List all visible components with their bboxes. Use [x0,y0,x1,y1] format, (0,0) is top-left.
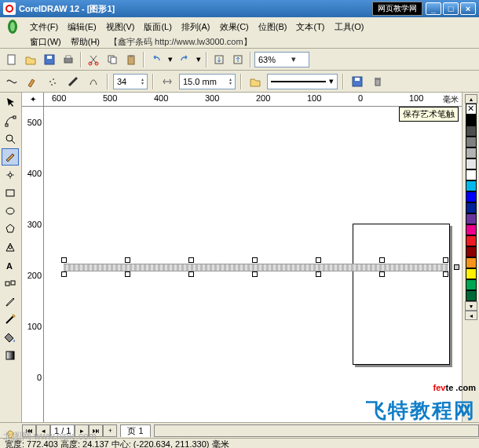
outline-tool[interactable] [2,311,19,328]
chevron-down-icon[interactable]: ▾ [282,54,305,64]
color-swatch[interactable] [466,191,477,202]
spinner-icon[interactable]: ▴▾ [229,78,232,86]
cut-button[interactable] [85,51,102,68]
save-stroke-button[interactable] [349,73,366,90]
selection-end[interactable] [454,264,459,270]
page-tab[interactable]: 页 1 [120,424,150,437]
selection-handle[interactable] [316,271,321,277]
freehand-tool[interactable] [2,148,19,166]
menu-bitmaps[interactable]: 位图(B) [254,20,292,35]
rectangle-tool[interactable] [2,184,19,202]
ruler-vertical[interactable]: 500 400 300 200 100 0 [22,107,44,422]
browse-stroke-button[interactable] [247,73,264,90]
selection-handle[interactable] [252,271,258,277]
color-swatch[interactable] [466,213,477,224]
selection-handle[interactable] [188,257,194,263]
eyedropper-tool[interactable] [2,293,19,310]
fill-tool[interactable] [2,329,19,346]
color-swatch[interactable] [466,137,477,148]
maximize-button[interactable]: □ [443,2,459,15]
color-swatch[interactable] [466,224,477,235]
menu-file[interactable]: 文件(F) [25,20,63,35]
selection-handle[interactable] [379,257,385,263]
redo-dropdown[interactable]: ▾ [195,51,203,68]
open-button[interactable] [22,51,39,68]
smart-draw-tool[interactable] [2,166,19,184]
selection-handle[interactable] [443,257,448,263]
artistic-stroke[interactable] [64,264,448,271]
undo-dropdown[interactable]: ▾ [166,51,174,68]
selection-handle[interactable] [188,271,194,277]
paste-button[interactable] [122,51,140,68]
selection-handle[interactable] [252,257,258,263]
menu-edit[interactable]: 编辑(E) [63,20,101,35]
menu-layout[interactable]: 版面(L) [139,20,176,35]
menu-text[interactable]: 文本(T) [291,20,329,35]
blend-tool[interactable] [2,275,19,292]
delete-stroke-button[interactable] [369,73,386,90]
close-button[interactable]: × [460,2,476,15]
undo-button[interactable] [148,51,165,68]
color-swatch[interactable] [466,180,477,191]
basic-shapes-tool[interactable] [2,239,19,256]
brush-tool-icon[interactable] [24,73,41,90]
color-swatch[interactable] [466,246,477,257]
selection-handle[interactable] [316,257,321,263]
save-button[interactable] [41,51,58,68]
color-swatch[interactable] [466,158,477,169]
zoom-tool[interactable] [2,130,19,148]
polygon-tool[interactable] [2,220,19,238]
menu-view[interactable]: 视图(V) [101,20,140,35]
selection-handle[interactable] [443,271,448,277]
preset-tool-icon[interactable] [3,73,20,90]
color-swatch[interactable] [466,148,477,158]
color-swatch[interactable] [466,235,477,246]
export-button[interactable] [229,51,247,68]
shape-tool[interactable] [2,112,19,129]
smoothing-input[interactable]: 34 ▴▾ [113,74,148,89]
new-button[interactable] [3,51,20,68]
palette-up[interactable]: ▴ [465,94,477,104]
selection-handle[interactable] [61,257,67,263]
palette-flyout[interactable]: ◂ [465,311,477,320]
color-swatch[interactable] [466,257,477,268]
stroke-list-dropdown[interactable]: ▾ [267,74,338,89]
horizontal-scrollbar[interactable] [154,424,479,437]
minimize-button[interactable]: _ [426,2,441,15]
color-swatch[interactable] [466,268,477,279]
selection-handle[interactable] [125,257,130,263]
ellipse-tool[interactable] [2,202,19,220]
redo-button[interactable] [176,51,193,68]
chevron-down-icon[interactable]: ▾ [329,76,334,86]
copy-button[interactable] [104,51,121,68]
menu-arrange[interactable]: 排列(A) [177,20,215,35]
calligraphic-tool-icon[interactable] [64,73,82,90]
palette-down[interactable]: ▾ [465,301,477,311]
color-swatch[interactable] [466,202,477,213]
sprayer-tool-icon[interactable] [44,73,61,90]
selection-handle[interactable] [125,271,130,277]
pressure-tool-icon[interactable] [85,73,102,90]
swatch-none[interactable] [466,104,477,115]
zoom-level[interactable]: 63% ▾ [254,52,309,67]
selection-handle[interactable] [61,271,67,277]
menu-effects[interactable]: 效果(C) [215,20,254,35]
interactive-fill-tool[interactable] [2,347,19,364]
color-swatch[interactable] [466,279,477,290]
ruler-origin[interactable]: ✦ [22,93,44,106]
selection-handle[interactable] [379,271,385,277]
color-swatch[interactable] [466,126,477,137]
width-input[interactable]: 15.0 mm ▴▾ [179,74,236,89]
text-tool[interactable]: A [2,257,19,274]
pick-tool[interactable] [2,94,19,111]
color-swatch[interactable] [466,169,477,180]
spinner-icon[interactable]: ▴▾ [141,78,144,86]
import-button[interactable] [210,51,228,68]
page-add[interactable]: + [103,424,117,437]
menu-window[interactable]: 窗口(W) [25,35,66,49]
menu-help[interactable]: 帮助(H) [66,35,104,49]
menu-tools[interactable]: 工具(O) [330,20,369,35]
color-swatch[interactable] [466,115,477,126]
ruler-horizontal[interactable]: ✦ 600 500 400 300 200 100 0 100 毫米 [22,93,462,107]
print-button[interactable] [60,51,77,68]
